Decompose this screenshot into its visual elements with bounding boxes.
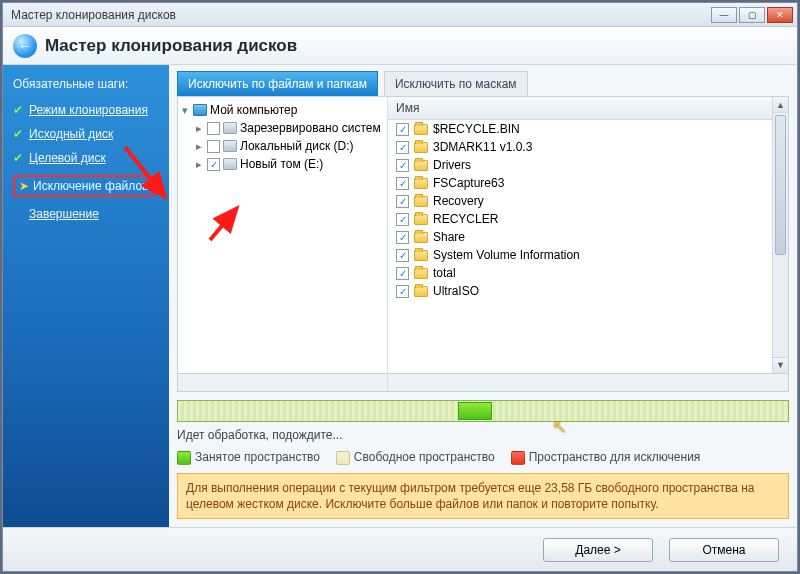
list-item-label: $RECYCLE.BIN [433,122,520,136]
scroll-up-button[interactable]: ▲ [773,97,788,113]
warning-banner: Для выполнения операции с текущим фильтр… [177,473,789,519]
tab-exclude-by-files[interactable]: Исключить по файлам и папкам [177,71,378,96]
status-text: Идет обработка, подождите... [177,428,789,442]
legend-free: Свободное пространство [336,450,495,465]
legend-used: Занятое пространство [177,450,320,465]
window-title: Мастер клонирования дисков [7,8,709,22]
folder-icon [414,250,428,261]
sidebar-step-label: Режим клонирования [29,103,148,117]
swatch-free-icon [336,451,350,465]
expander-icon[interactable]: ▾ [180,104,190,117]
list-item[interactable]: Recovery [388,192,772,210]
list-header-name[interactable]: Имя [388,97,772,120]
folder-icon [414,160,428,171]
checkbox[interactable] [396,141,409,154]
tabs: Исключить по файлам и папкам Исключить п… [177,71,789,96]
list-item-label: System Volume Information [433,248,580,262]
page-title: Мастер клонирования дисков [45,36,297,56]
tree-label: Зарезервировано систем [240,121,381,135]
check-icon: ✔ [13,129,23,139]
vertical-scrollbar[interactable]: ▲ ▼ [772,97,788,373]
expander-icon[interactable]: ▸ [194,158,204,171]
list-item-label: Recovery [433,194,484,208]
sidebar-step-source[interactable]: ✔ Исходный диск [13,127,159,141]
folder-icon [414,178,428,189]
list-item[interactable]: UltraISO [388,282,772,300]
arrow-left-icon: ← [18,38,32,54]
sidebar-section-title: Обязательные шаги: [13,77,159,91]
drive-icon [223,158,237,170]
folder-icon [414,196,428,207]
computer-icon [193,104,207,116]
wizard-body: Обязательные шаги: ✔ Режим клонирования … [3,65,797,527]
list-item[interactable]: total [388,264,772,282]
folder-tree[interactable]: ▾ Мой компьютер ▸ Зарезервировано систем… [178,97,388,373]
list-item-label: FSCapture63 [433,176,504,190]
checkbox[interactable] [396,231,409,244]
check-icon: ✔ [13,105,23,115]
progress-chunk [458,402,492,420]
checkbox[interactable] [396,249,409,262]
swatch-excl-icon [511,451,525,465]
wizard-header: ← Мастер клонирования дисков [3,27,797,65]
drive-icon [223,122,237,134]
checkbox[interactable] [396,285,409,298]
progress-bar [177,400,789,422]
minimize-button[interactable]: — [711,7,737,23]
tree-root[interactable]: ▾ Мой компьютер [180,101,385,119]
expander-icon[interactable]: ▸ [194,122,204,135]
tree-label: Мой компьютер [210,103,297,117]
list-item[interactable]: 3DMARK11 v1.0.3 [388,138,772,156]
list-item[interactable]: System Volume Information [388,246,772,264]
checkbox[interactable] [396,195,409,208]
next-button[interactable]: Далее > [543,538,653,562]
sidebar: Обязательные шаги: ✔ Режим клонирования … [3,65,169,527]
maximize-button[interactable]: ▢ [739,7,765,23]
list-item[interactable]: $RECYCLE.BIN [388,120,772,138]
checkbox[interactable] [207,158,220,171]
checkbox[interactable] [207,140,220,153]
folder-icon [414,142,428,153]
close-button[interactable]: ✕ [767,7,793,23]
scroll-down-button[interactable]: ▼ [773,357,788,373]
wizard-window: Мастер клонирования дисков — ▢ ✕ ← Масте… [2,2,798,572]
sidebar-step-finish[interactable]: Завершение [13,207,159,221]
tree-label: Новый том (E:) [240,157,323,171]
list-item[interactable]: Drivers [388,156,772,174]
titlebar[interactable]: Мастер клонирования дисков — ▢ ✕ [3,3,797,27]
folder-icon [414,268,428,279]
footer: Далее > Отмена [3,527,797,571]
sidebar-step-target[interactable]: ✔ Целевой диск [13,151,159,165]
checkbox[interactable] [396,123,409,136]
panes: ▾ Мой компьютер ▸ Зарезервировано систем… [177,96,789,374]
checkbox[interactable] [396,267,409,280]
tree-node[interactable]: ▸ Зарезервировано систем [180,119,385,137]
list-item-label: total [433,266,456,280]
back-button[interactable]: ← [13,34,37,58]
tree-node-selected[interactable]: ▸ Новый том (E:) [180,155,385,173]
checkbox[interactable] [396,177,409,190]
expander-icon[interactable]: ▸ [194,140,204,153]
list-item[interactable]: Share [388,228,772,246]
list-item-label: Drivers [433,158,471,172]
list-item[interactable]: RECYCLER [388,210,772,228]
sidebar-step-exclude[interactable]: ➤ Исключение файлов [13,175,159,197]
tree-label: Локальный диск (D:) [240,139,354,153]
sidebar-step-label: Исходный диск [29,127,113,141]
scroll-thumb[interactable] [775,115,786,255]
file-list[interactable]: Имя $RECYCLE.BIN 3DMARK11 v1.0.3 Drivers… [388,97,772,373]
tree-node[interactable]: ▸ Локальный диск (D:) [180,137,385,155]
horizontal-scrollbar[interactable] [177,374,789,392]
cancel-button[interactable]: Отмена [669,538,779,562]
folder-icon [414,232,428,243]
checkbox[interactable] [396,159,409,172]
list-item-label: UltraISO [433,284,479,298]
sidebar-step-label: Завершение [29,207,99,221]
sidebar-step-mode[interactable]: ✔ Режим клонирования [13,103,159,117]
list-item[interactable]: FSCapture63 [388,174,772,192]
list-item-label: RECYCLER [433,212,498,226]
list-item-label: 3DMARK11 v1.0.3 [433,140,532,154]
checkbox[interactable] [207,122,220,135]
tab-exclude-by-masks[interactable]: Исключить по маскам [384,71,528,96]
checkbox[interactable] [396,213,409,226]
